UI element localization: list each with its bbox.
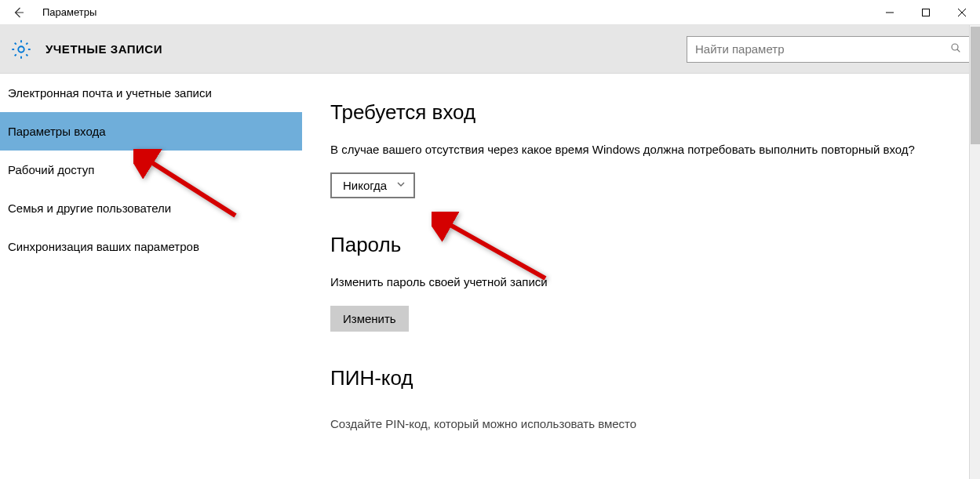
window-controls — [872, 0, 980, 25]
scrollbar[interactable] — [969, 25, 980, 479]
heading-require-signin: Требуется вход — [330, 100, 952, 125]
close-button[interactable] — [944, 0, 980, 25]
pin-description: Создайте PIN-код, который можно использо… — [330, 406, 952, 430]
search-icon — [949, 42, 962, 56]
combo-value: Никогда — [343, 179, 387, 192]
heading-password: Пароль — [330, 233, 952, 257]
header: УЧЕТНЫЕ ЗАПИСИ — [0, 25, 980, 74]
svg-line-4 — [957, 49, 960, 52]
sidebar-item-email-accounts[interactable]: Электронная почта и учетные записи — [0, 74, 302, 112]
titlebar: Параметры — [0, 0, 980, 25]
scrollbar-thumb[interactable] — [971, 27, 980, 144]
svg-point-2 — [18, 46, 24, 52]
search-box[interactable] — [687, 36, 971, 63]
change-password-button[interactable]: Изменить — [330, 306, 409, 332]
require-signin-combo[interactable]: Никогда — [330, 172, 415, 198]
sidebar-item-work-access[interactable]: Рабочий доступ — [0, 151, 302, 189]
minimize-button[interactable] — [872, 0, 908, 25]
settings-icon — [6, 34, 36, 64]
password-description: Изменить пароль своей учетной записи — [330, 273, 927, 291]
sidebar: Электронная почта и учетные записи Парам… — [0, 74, 302, 479]
window-title: Параметры — [38, 6, 872, 18]
svg-point-3 — [952, 44, 958, 50]
sidebar-item-sync-settings[interactable]: Синхронизация ваших параметров — [0, 227, 302, 266]
search-input[interactable] — [695, 42, 949, 56]
sidebar-item-family-users[interactable]: Семья и другие пользователи — [0, 189, 302, 227]
heading-pin: ПИН-код — [330, 366, 952, 390]
maximize-button[interactable] — [908, 0, 944, 25]
main-content: Требуется вход В случае вашего отсутстви… — [302, 74, 980, 479]
require-signin-description: В случае вашего отсутствия через какое в… — [330, 140, 927, 158]
page-title: УЧЕТНЫЕ ЗАПИСИ — [46, 42, 687, 56]
chevron-down-icon — [396, 180, 406, 191]
back-button[interactable] — [0, 0, 38, 25]
svg-rect-1 — [923, 9, 930, 16]
sidebar-item-signin-options[interactable]: Параметры входа — [0, 112, 302, 151]
